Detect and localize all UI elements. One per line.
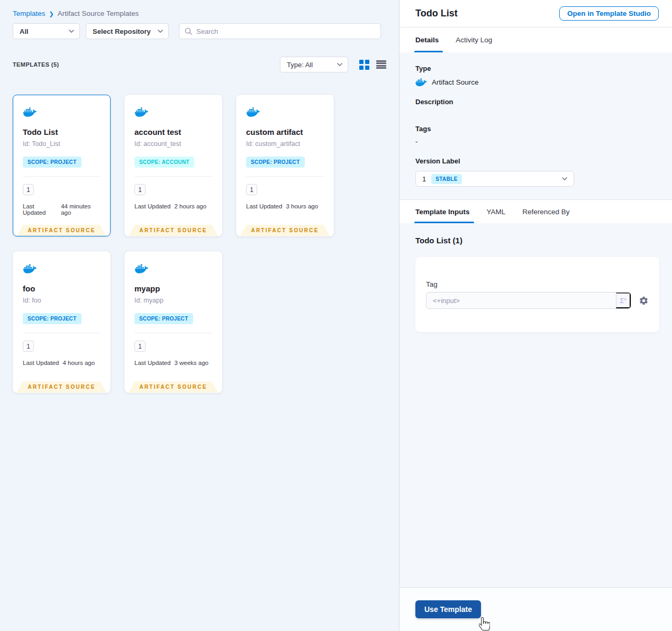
last-updated-label: Last Updated <box>246 203 282 209</box>
type-filter-value: Type: All <box>287 61 333 69</box>
app: Templates ❯ Artifact Source Templates Al… <box>0 0 672 631</box>
type-value: Artifact Source <box>432 78 479 86</box>
version-count-badge: 1 <box>23 341 34 352</box>
description-label: Description <box>415 98 656 106</box>
breadcrumb-current: Artifact Source Templates <box>58 10 139 17</box>
panel-title: Todo List <box>415 8 458 19</box>
last-updated-value: 44 minutes ago <box>61 203 101 216</box>
inputs-card: Tag <+input> Σx <box>415 257 659 332</box>
repository-filter-value: Select Repository <box>93 28 153 35</box>
tag-input[interactable]: <+input> Σx <box>426 292 631 309</box>
scope-filter-dropdown[interactable]: All <box>13 23 80 39</box>
open-in-template-studio-button[interactable]: Open in Template Studio <box>559 6 659 21</box>
tags-label: Tags <box>415 125 656 133</box>
template-card-id: Id: custom_artifact <box>246 140 324 148</box>
inputs-section-title: Todo List (1) <box>415 236 659 245</box>
artifact-source-ribbon: ARTIFACT SOURCE <box>17 381 106 392</box>
docker-icon <box>134 107 149 117</box>
template-card-id: Id: Todo_List <box>23 140 101 148</box>
card-divider <box>246 176 324 177</box>
type-label: Type <box>415 65 656 72</box>
settings-gear-icon[interactable] <box>639 296 649 306</box>
version-label-dropdown[interactable]: 1 STABLE <box>415 171 574 187</box>
version-count-badge: 1 <box>134 184 146 195</box>
tab-yaml[interactable]: YAML <box>487 200 506 223</box>
version-count-badge: 1 <box>134 341 146 352</box>
docker-icon <box>23 263 37 274</box>
last-updated: Last Updated 3 weeks ago <box>134 360 212 366</box>
scope-badge: SCOPE: PROJECT <box>134 313 193 324</box>
search-input[interactable] <box>196 28 375 35</box>
tag-input-value: <+input> <box>426 292 616 308</box>
view-controls: Type: All <box>280 57 386 72</box>
last-updated: Last Updated 3 hours ago <box>246 203 324 209</box>
chevron-down-icon <box>69 30 74 33</box>
tab-activity-log[interactable]: Activity Log <box>456 28 492 52</box>
version-value: 1 <box>422 175 426 183</box>
tab-referenced-by[interactable]: Referenced By <box>522 200 569 223</box>
last-updated-value: 4 hours ago <box>62 360 95 366</box>
details-section: Type Artifact Source Description Tags - … <box>399 52 672 199</box>
chevron-down-icon <box>337 63 342 66</box>
template-card-foo[interactable]: foo Id: foo SCOPE: PROJECT 1 Last Update… <box>13 251 111 393</box>
tab-details[interactable]: Details <box>415 28 439 52</box>
last-updated-value: 3 hours ago <box>286 203 318 209</box>
inputs-tabbar: Template Inputs YAML Referenced By <box>399 199 672 223</box>
scope-badge: SCOPE: PROJECT <box>23 313 81 324</box>
artifact-source-ribbon: ARTIFACT SOURCE <box>17 225 106 236</box>
docker-icon <box>23 107 37 117</box>
last-updated-label: Last Updated <box>134 203 170 209</box>
scope-badge: SCOPE: PROJECT <box>23 157 81 168</box>
card-divider <box>134 176 212 177</box>
expression-toggle-button[interactable]: Σx <box>616 292 631 308</box>
last-updated: Last Updated 2 hours ago <box>134 203 212 209</box>
templates-list-panel: Templates ❯ Artifact Source Templates Al… <box>0 0 399 631</box>
tab-template-inputs[interactable]: Template Inputs <box>415 200 470 223</box>
card-divider <box>23 176 101 177</box>
artifact-source-ribbon: ARTIFACT SOURCE <box>129 381 218 392</box>
template-card-id: Id: foo <box>23 297 101 304</box>
details-panel-header: Todo List Open in Template Studio <box>399 0 672 28</box>
template-card-todo-list[interactable]: Todo List Id: Todo_List SCOPE: PROJECT 1… <box>13 95 111 236</box>
templates-count-label: TEMPLATES (5) <box>13 61 59 68</box>
last-updated-label: Last Updated <box>23 360 59 366</box>
scope-filter-value: All <box>20 28 65 35</box>
template-card-title: myapp <box>134 284 212 293</box>
last-updated: Last Updated 44 minutes ago <box>23 203 101 216</box>
template-card-account-test[interactable]: account test Id: account_test SCOPE: ACC… <box>124 95 222 236</box>
version-count-badge: 1 <box>23 184 34 195</box>
list-header: TEMPLATES (5) Type: All <box>13 57 386 72</box>
card-divider <box>23 333 101 333</box>
template-card-custom-artifact[interactable]: custom artifact Id: custom_artifact SCOP… <box>236 95 334 236</box>
repository-filter-dropdown[interactable]: Select Repository <box>86 23 169 39</box>
template-card-myapp[interactable]: myapp Id: myapp SCOPE: PROJECT 1 Last Up… <box>124 251 222 393</box>
filter-row: All Select Repository <box>13 23 386 39</box>
breadcrumb: Templates ❯ Artifact Source Templates <box>13 10 386 17</box>
list-view-icon[interactable] <box>376 60 386 69</box>
breadcrumb-templates-link[interactable]: Templates <box>13 10 46 17</box>
template-card-grid: Todo List Id: Todo_List SCOPE: PROJECT 1… <box>13 95 386 393</box>
details-tabbar: Details Activity Log <box>399 28 672 52</box>
breadcrumb-separator-icon: ❯ <box>49 11 54 17</box>
type-filter-dropdown[interactable]: Type: All <box>280 57 348 72</box>
grid-view-icon[interactable] <box>359 60 369 70</box>
version-count-badge: 1 <box>246 184 257 195</box>
search-box <box>179 23 381 39</box>
use-template-button[interactable]: Use Template <box>415 600 481 618</box>
tags-value: - <box>415 138 656 145</box>
docker-icon <box>134 263 149 274</box>
version-label: Version Label <box>415 157 656 165</box>
template-card-id: Id: account_test <box>134 140 212 148</box>
artifact-source-ribbon: ARTIFACT SOURCE <box>240 225 330 236</box>
last-updated: Last Updated 4 hours ago <box>23 360 101 366</box>
template-card-title: foo <box>23 284 101 293</box>
template-card-title: account test <box>134 127 212 136</box>
tag-label: Tag <box>426 280 649 288</box>
docker-icon <box>415 78 427 87</box>
card-divider <box>134 333 212 333</box>
template-card-title: custom artifact <box>246 127 324 136</box>
docker-icon <box>246 107 260 117</box>
last-updated-value: 3 weeks ago <box>174 360 208 366</box>
chevron-down-icon <box>158 30 163 33</box>
template-inputs-section: Todo List (1) Tag <+input> Σx <box>399 223 672 587</box>
